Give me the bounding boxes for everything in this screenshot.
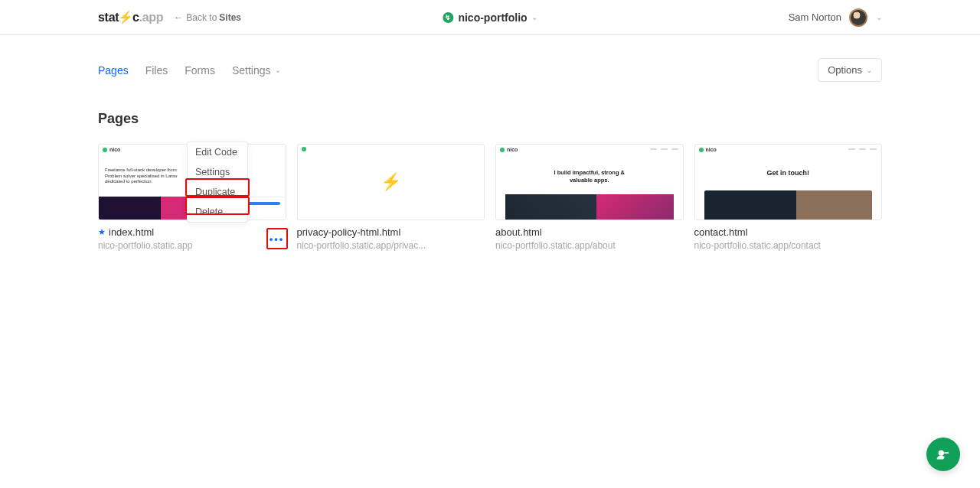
page-thumbnail[interactable]: nico I build impactful, strong & valuabl… xyxy=(495,144,684,220)
bolt-icon: ⚡ xyxy=(381,172,401,192)
bolt-icon: ⚡ xyxy=(118,10,133,24)
page-title: privacy-policy-html.html xyxy=(297,226,401,238)
page-url: nico-portfolio.static.app/about xyxy=(495,240,684,251)
thumb-text: Problem solver specialised in Larav xyxy=(105,174,177,180)
chevron-down-icon: ⌄ xyxy=(876,13,882,21)
page-title: contact.html xyxy=(694,226,748,238)
avatar xyxy=(849,8,867,27)
options-button[interactable]: Options ⌄ xyxy=(818,58,882,82)
section-title: Pages xyxy=(98,111,882,127)
logo-text: stat xyxy=(98,11,119,24)
page-url: nico-portfolio.static.app xyxy=(98,240,286,251)
menu-settings[interactable]: Settings xyxy=(188,162,247,182)
tab-files[interactable]: Files xyxy=(145,64,168,76)
page-title: about.html xyxy=(495,226,542,238)
page-card: nico I build impactful, strong & valuabl… xyxy=(495,144,684,251)
thumb-logo: nico xyxy=(109,147,120,152)
user-name: Sam Norton xyxy=(789,11,841,23)
star-icon: ★ xyxy=(98,227,106,237)
page-url: nico-portfolio.static.app/contact xyxy=(694,240,883,251)
tab-forms[interactable]: Forms xyxy=(185,64,215,76)
page-card: nico Get in touch! contact.html nico-por… xyxy=(694,144,883,251)
back-to-sites-link[interactable]: ← Back to Sites xyxy=(174,12,241,23)
page-thumbnail[interactable]: ⚡ xyxy=(297,144,485,220)
chevron-down-icon: ⌄ xyxy=(275,66,281,74)
status-dot-icon xyxy=(699,148,704,152)
site-status-icon xyxy=(443,12,453,23)
options-label: Options xyxy=(828,64,862,76)
page-thumbnail[interactable]: nico Get in touch! xyxy=(694,144,883,220)
page-title: index.html xyxy=(109,226,154,238)
page-url: nico-portfolio.static.app/privac... xyxy=(297,240,485,251)
site-selector[interactable]: nico-portfolio ⌄ xyxy=(443,11,537,24)
status-dot-icon xyxy=(302,147,306,151)
thumb-text: valuable apps. xyxy=(496,177,683,184)
back-target: Sites xyxy=(219,12,241,23)
user-menu[interactable]: Sam Norton ⌄ xyxy=(789,8,882,27)
logo-text2: c xyxy=(132,11,139,24)
logo-app: .app xyxy=(139,11,164,24)
arrow-left-icon: ← xyxy=(174,12,183,23)
tab-pages[interactable]: Pages xyxy=(98,64,129,76)
logo[interactable]: stat⚡c.app xyxy=(98,10,163,24)
menu-delete[interactable]: Delete xyxy=(188,202,247,222)
chevron-down-icon: ⌄ xyxy=(866,66,872,74)
tab-settings[interactable]: Settings ⌄ xyxy=(232,64,281,76)
page-card: nico Freelance full-stack developer from… xyxy=(98,144,286,251)
thumb-logo: nico xyxy=(507,147,518,152)
context-menu: Edit Code Settings Duplicate Delete xyxy=(187,142,248,223)
menu-edit-code[interactable]: Edit Code xyxy=(188,142,247,162)
menu-duplicate[interactable]: Duplicate xyxy=(188,182,247,202)
thumb-text: I build impactful, strong & xyxy=(496,169,683,177)
thumb-text: Freelance full-stack developer from xyxy=(105,168,177,174)
thumb-text: Get in touch! xyxy=(695,169,882,177)
status-dot-icon xyxy=(103,148,107,152)
status-dot-icon xyxy=(500,148,505,152)
thumb-logo: nico xyxy=(706,147,717,152)
more-options-button[interactable]: ••• xyxy=(266,228,288,249)
back-prefix: Back to xyxy=(186,12,217,23)
page-card: ⚡ privacy-policy-html.html nico-portfoli… xyxy=(297,144,485,251)
site-name: nico-portfolio xyxy=(458,11,527,24)
chevron-down-icon: ⌄ xyxy=(531,13,537,21)
thumb-text: dedicated to perfection. xyxy=(105,179,177,185)
tab-settings-label: Settings xyxy=(232,64,271,76)
